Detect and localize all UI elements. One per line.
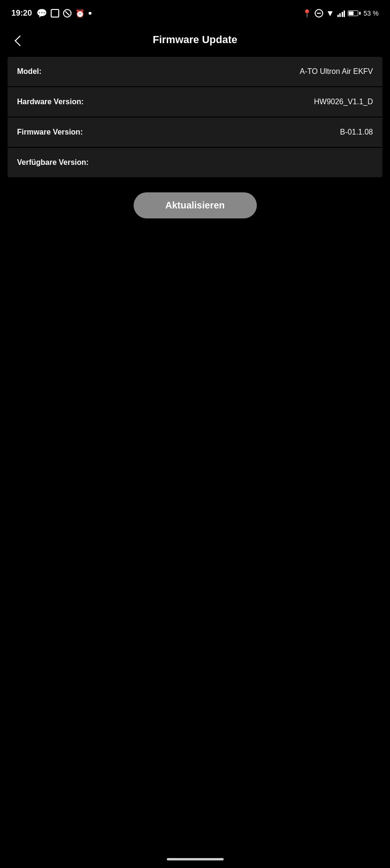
firmware-version-label: Firmware Version: — [17, 128, 83, 136]
dnd-icon — [315, 9, 323, 18]
square-icon — [51, 9, 59, 18]
back-arrow-icon — [13, 34, 25, 45]
app-header: Firmware Update — [0, 25, 390, 57]
info-section: Model: A-TO Ultron Air EKFV Hardware Ver… — [0, 57, 390, 177]
hardware-version-label: Hardware Version: — [17, 98, 84, 106]
hardware-version-value: HW9026_V1.1_D — [314, 98, 373, 106]
firmware-version-value: B-01.1.08 — [340, 128, 373, 136]
signal-icon — [337, 9, 345, 17]
back-button[interactable] — [11, 32, 27, 47]
alarm-icon: ⏰ — [75, 9, 85, 18]
firmware-version-row: Firmware Version: B-01.1.08 — [8, 118, 382, 147]
notification-dot — [89, 12, 91, 15]
status-icons-left: 💬 ⏰ — [36, 8, 91, 18]
available-version-row: Verfügbare Version: — [8, 148, 382, 177]
status-bar-left: 19:20 💬 ⏰ — [11, 8, 91, 18]
battery-percent: 53 % — [363, 9, 379, 17]
whatsapp-icon: 💬 — [36, 8, 47, 18]
status-time: 19:20 — [11, 9, 32, 18]
wifi-icon: ▼ — [326, 9, 335, 18]
circle-slash-icon — [63, 9, 72, 18]
button-section: Aktualisieren — [0, 177, 390, 234]
model-label: Model: — [17, 67, 42, 76]
model-row: Model: A-TO Ultron Air EKFV — [8, 57, 382, 86]
location-icon: 📍 — [302, 9, 312, 18]
model-value: A-TO Ultron Air EKFV — [300, 67, 373, 76]
available-version-label: Verfügbare Version: — [17, 158, 89, 167]
status-bar: 19:20 💬 ⏰ 📍 ▼ — [0, 0, 390, 25]
home-indicator — [167, 858, 224, 860]
hardware-version-row: Hardware Version: HW9026_V1.1_D — [8, 87, 382, 117]
update-button[interactable]: Aktualisieren — [134, 192, 257, 218]
page-title: Firmware Update — [27, 34, 363, 46]
status-bar-right: 📍 ▼ 53 % — [302, 9, 379, 18]
battery-icon — [348, 10, 361, 16]
